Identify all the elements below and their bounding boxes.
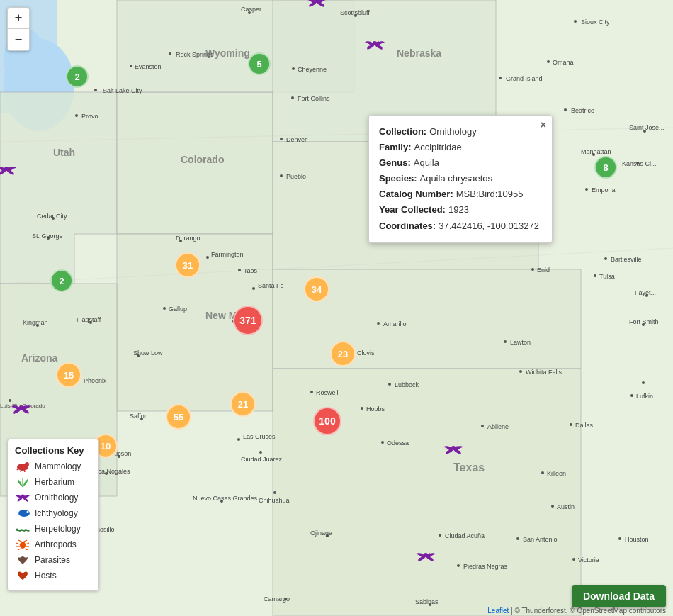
- cluster-marker-c11[interactable]: 21: [230, 391, 256, 417]
- svg-point-92: [564, 108, 567, 111]
- svg-text:Kingman: Kingman: [23, 319, 48, 326]
- key-item-label: Mammology: [35, 461, 81, 471]
- svg-marker-12: [273, 369, 581, 616]
- svg-text:St. George: St. George: [32, 233, 63, 240]
- leaflet-link[interactable]: Leaflet: [487, 607, 509, 615]
- map-container: Salt Lake City Provo Evanston Rock Sprin…: [0, 0, 673, 616]
- svg-text:Cedar City: Cedar City: [37, 213, 67, 220]
- svg-point-170: [18, 510, 30, 517]
- collections-key-title: Collections Key: [15, 445, 91, 456]
- zoom-in-button[interactable]: +: [8, 8, 29, 29]
- svg-text:Victoria: Victoria: [578, 556, 599, 564]
- cluster-marker-c5[interactable]: 31: [175, 252, 200, 278]
- svg-point-31: [280, 174, 283, 177]
- svg-text:Ciudad Acuña: Ciudad Acuña: [445, 532, 485, 539]
- svg-text:Gallup: Gallup: [169, 306, 187, 313]
- svg-text:Chihuahua: Chihuahua: [259, 497, 290, 504]
- bird-icon-b7[interactable]: [416, 549, 436, 569]
- map-background: Salt Lake City Provo Evanston Rock Sprin…: [0, 0, 673, 616]
- cluster-marker-c8[interactable]: 23: [330, 341, 356, 366]
- svg-text:Utah: Utah: [53, 147, 75, 158]
- bird-icon-b4[interactable]: [11, 401, 31, 421]
- svg-text:Saffor: Saffor: [130, 413, 147, 420]
- svg-text:Austin: Austin: [557, 503, 575, 510]
- zoom-out-button[interactable]: −: [8, 29, 29, 50]
- bird-icon-b6[interactable]: [443, 442, 463, 461]
- svg-text:Amarillo: Amarillo: [383, 320, 407, 327]
- key-item-label: Parasites: [35, 555, 70, 565]
- svg-point-116: [570, 423, 572, 426]
- cluster-marker-c4[interactable]: 2: [50, 269, 73, 292]
- svg-line-175: [23, 540, 27, 542]
- key-item-herbarium[interactable]: Herbarium: [15, 476, 91, 488]
- svg-text:Salt Lake City: Salt Lake City: [103, 87, 142, 94]
- svg-point-62: [273, 491, 276, 494]
- svg-text:San Antonio: San Antonio: [523, 536, 558, 543]
- svg-text:Emporia: Emporia: [592, 186, 616, 194]
- key-item-label: Ichthyology: [35, 508, 78, 518]
- svg-point-86: [499, 77, 502, 79]
- collections-key: Collections Key MammologyHerbariumOrnith…: [7, 439, 99, 591]
- svg-line-176: [16, 543, 20, 544]
- key-item-arthropods[interactable]: Arthropods: [15, 538, 91, 551]
- cluster-marker-c7[interactable]: 371: [233, 306, 263, 335]
- svg-point-129: [618, 537, 621, 540]
- svg-text:Taos: Taos: [244, 267, 258, 274]
- svg-point-118: [481, 425, 484, 427]
- cluster-marker-c3[interactable]: 8: [594, 156, 617, 179]
- svg-text:Nebraska: Nebraska: [397, 47, 441, 59]
- svg-point-48: [388, 383, 391, 386]
- bird-icon-b2[interactable]: [365, 37, 385, 57]
- svg-text:Enid: Enid: [537, 267, 550, 274]
- svg-text:Pueblo: Pueblo: [286, 173, 306, 180]
- svg-point-123: [551, 505, 554, 508]
- key-item-hosts[interactable]: Hosts: [15, 569, 91, 582]
- svg-text:Lubbock: Lubbock: [395, 381, 419, 388]
- svg-text:Abilene: Abilene: [487, 423, 509, 430]
- svg-text:Clovis: Clovis: [357, 349, 375, 357]
- popup-year-row: Year Collected: 1923: [379, 202, 542, 218]
- key-item-ornithology[interactable]: Ornithology: [15, 491, 91, 504]
- svg-point-29: [280, 138, 283, 140]
- cluster-marker-c10[interactable]: 55: [166, 404, 191, 430]
- popup-coordinates-value: 37.442416, -100.013272: [439, 218, 539, 234]
- svg-text:Saint Jose...: Saint Jose...: [629, 124, 664, 131]
- svg-point-173: [20, 542, 26, 549]
- popup-catalog-value: MSB:Bird:10955: [456, 186, 524, 202]
- download-data-button[interactable]: Download Data: [572, 585, 666, 607]
- svg-text:Farmington: Farmington: [211, 251, 244, 258]
- svg-text:Fort Smith: Fort Smith: [629, 318, 659, 325]
- cluster-marker-c1[interactable]: 2: [66, 65, 89, 88]
- svg-point-19: [130, 65, 132, 67]
- svg-point-143: [381, 441, 384, 444]
- bird-icon-b1[interactable]: [307, 0, 327, 14]
- svg-text:Flagstaff: Flagstaff: [77, 316, 101, 323]
- key-item-ichthyology[interactable]: Ichthyology: [15, 507, 91, 520]
- svg-point-133: [457, 564, 460, 567]
- svg-line-166: [21, 470, 21, 472]
- svg-text:Lawton: Lawton: [510, 339, 531, 346]
- herbarium-icon: [15, 476, 30, 488]
- mammology-icon: [15, 460, 30, 473]
- svg-text:Texas: Texas: [453, 461, 485, 474]
- svg-point-88: [547, 60, 550, 63]
- cluster-marker-c9[interactable]: 15: [56, 362, 81, 388]
- svg-text:Scottsbluff: Scottsbluff: [340, 9, 370, 16]
- key-item-parasites[interactable]: Parasites: [15, 554, 91, 566]
- cluster-marker-c12[interactable]: 100: [313, 407, 341, 435]
- svg-text:Camargo: Camargo: [264, 595, 290, 603]
- svg-text:Arizona: Arizona: [21, 352, 58, 364]
- key-item-label: Herbarium: [35, 477, 74, 487]
- svg-text:Denver: Denver: [286, 136, 307, 143]
- svg-text:Lufkin: Lufkin: [636, 393, 653, 400]
- bird-icon-b3[interactable]: [0, 162, 16, 182]
- cluster-marker-c2[interactable]: 5: [248, 52, 271, 75]
- key-item-mammology[interactable]: Mammology: [15, 460, 91, 473]
- cluster-marker-c6[interactable]: 34: [304, 276, 329, 302]
- key-item-herpetology[interactable]: Herpetology: [15, 522, 91, 535]
- svg-point-54: [259, 451, 262, 454]
- key-item-label: Herpetology: [35, 524, 81, 534]
- popup-close-button[interactable]: ×: [541, 120, 546, 130]
- popup-family-label: Family:: [379, 140, 412, 155]
- svg-point-135: [439, 534, 441, 537]
